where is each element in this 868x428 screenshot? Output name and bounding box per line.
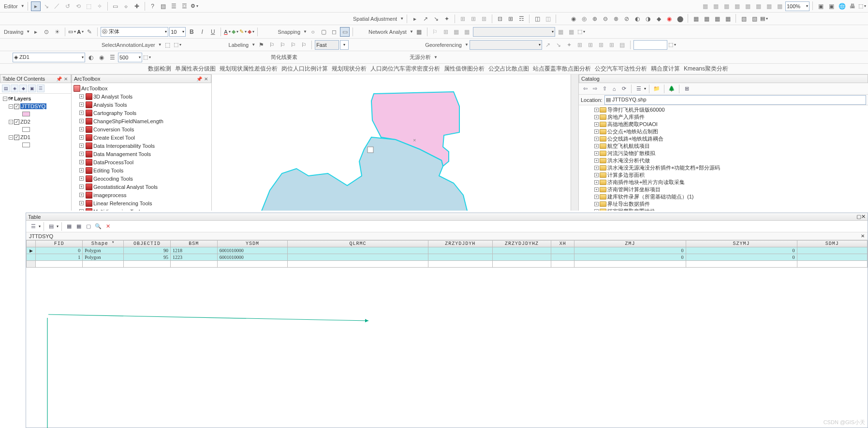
net-9-icon[interactable]: ◆ — [654, 14, 663, 24]
catalog-folder[interactable]: +公交线路+地铁线路耦合 — [580, 135, 867, 143]
draw-zoom-icon[interactable]: ☀ — [52, 27, 62, 37]
net-11-icon[interactable]: ⬤ — [675, 14, 685, 24]
close-icon[interactable]: ✕ — [203, 76, 209, 82]
lc-3-icon[interactable]: ☰ — [107, 53, 117, 62]
tbl-sel1-icon[interactable]: ▦ — [65, 222, 74, 231]
col-header[interactable]: FID — [36, 241, 83, 247]
drawing-menu[interactable]: Drawing▼ — [2, 29, 30, 35]
tbl-zoom-icon[interactable]: 🔍 — [94, 222, 103, 231]
bold-icon[interactable]: B — [187, 27, 196, 37]
snap-point-icon[interactable]: ○ — [308, 27, 318, 37]
col-header[interactable]: SZYMJ — [686, 241, 797, 247]
toolbox-item[interactable]: +3D Analyst Tools — [73, 92, 210, 100]
markercolor-icon[interactable]: ◆▾ — [248, 29, 254, 35]
topo-6-icon[interactable]: ▧ — [750, 14, 759, 24]
analysis-btn[interactable]: 规划现状属性差值分析 — [220, 65, 278, 73]
lb-5-icon[interactable]: ⚐ — [299, 40, 309, 50]
analysis-btn[interactable]: 数据检测 — [148, 65, 171, 73]
view-icon[interactable]: ☰ — [634, 85, 643, 93]
topo-3-icon[interactable]: ▦ — [712, 14, 722, 24]
create-features-icon[interactable]: ☲ — [180, 1, 190, 11]
catalog-folder[interactable]: +洪水淹没无源淹没分析插件+功能文档+部分源码 — [580, 164, 867, 171]
analysis-btn[interactable]: 岗位人口比例计算 — [281, 65, 328, 73]
toc-layer[interactable]: −✓ZD1 — [1, 133, 70, 141]
net-1-icon[interactable]: ◉ — [569, 14, 578, 24]
table-row[interactable]: 1Polygon951223600101000000 — [27, 254, 868, 261]
net-7-icon[interactable]: ◐ — [633, 14, 642, 24]
toolbox-item[interactable]: +Cartography Tools — [73, 109, 210, 117]
analysis-btn[interactable]: 公交占比散点图 — [488, 65, 529, 73]
draw-edit-icon[interactable]: ✎ — [85, 27, 94, 37]
draw-text-icon[interactable]: A▾ — [77, 29, 84, 35]
catalog-folder[interactable]: +建库软件录屏（所需基础功能点）(1) — [580, 193, 867, 200]
net-5-icon[interactable]: ⊗ — [611, 14, 621, 24]
catalog-folder[interactable]: +济南插件地块+照片方向读取采集 — [580, 179, 867, 186]
map-view[interactable]: × — [212, 74, 579, 211]
std-3-icon[interactable]: 🌐 — [837, 1, 847, 11]
col-header[interactable]: YSDM — [217, 241, 287, 247]
toolbox-item[interactable]: +Data Management Tools — [73, 150, 210, 158]
catalog-folder[interactable]: +公交点+地铁站点制图 — [580, 128, 867, 135]
toolbox-item[interactable]: +DataProcessTool — [73, 158, 210, 166]
attributes-icon[interactable]: ▤ — [159, 1, 168, 11]
list-by-selection-icon[interactable]: ▣ — [28, 85, 36, 92]
sa-multilink-icon[interactable]: ✦ — [442, 14, 452, 24]
catalog-folder[interactable]: +界址导出数据插件 — [580, 200, 867, 208]
editor-menu[interactable]: Editor▼ — [2, 3, 25, 9]
list-by-source-icon[interactable]: ◈ — [11, 85, 18, 92]
col-header[interactable]: BSM — [170, 241, 217, 247]
col-header[interactable]: ZMJ — [574, 241, 686, 247]
catalog-folder[interactable]: +洪水淹没分析代做 — [580, 157, 867, 164]
col-header[interactable]: SDMJ — [797, 241, 867, 247]
underline-icon[interactable]: U — [208, 27, 218, 37]
pointer-tool-icon[interactable]: ▸ — [31, 1, 41, 11]
labeling-fast-dd[interactable]: ▾ — [340, 40, 349, 50]
network-menu[interactable]: Network Analyst▼ — [367, 29, 413, 35]
std-4-icon[interactable]: 🖶 — [848, 1, 857, 11]
restore-icon[interactable]: ▢ — [856, 214, 861, 219]
reshape-icon[interactable]: ⟐ — [121, 1, 131, 11]
col-header[interactable]: ZRZYDJDYH — [428, 241, 492, 247]
zoom-combo[interactable]: 100%▾ — [785, 1, 809, 11]
toolbox-item[interactable]: +Analysis Tools — [73, 100, 210, 109]
gr-9-icon[interactable]: ⬚▾ — [668, 42, 676, 48]
labeling-fast[interactable]: Fast — [315, 40, 339, 50]
snapping-menu[interactable]: Snapping▼ — [276, 29, 307, 35]
col-header[interactable]: ZRZYDJDYHZ — [492, 241, 551, 247]
sa-select-icon[interactable]: ▸ — [410, 14, 420, 24]
col-header[interactable]: XH — [551, 241, 574, 247]
snap-end-icon[interactable]: ▢ — [319, 27, 328, 37]
table-grid[interactable]: FIDShape *OBJECTIDBSMYSDMQLRMCZRZYDJDYHZ… — [26, 240, 868, 428]
simplify-label[interactable]: 简化线要素 — [269, 54, 299, 61]
sa-preview-icon[interactable]: ☶ — [516, 14, 526, 24]
georef-input[interactable] — [633, 40, 667, 50]
connect-folder-icon[interactable]: 📁 — [652, 85, 661, 93]
net-8-icon[interactable]: ◑ — [643, 14, 653, 24]
lb-4-icon[interactable]: ⚐ — [288, 40, 298, 50]
net-4-icon[interactable]: ⊖ — [601, 14, 610, 24]
analysis-btn[interactable]: 人口岗位汽车需求密度分析 — [370, 65, 440, 73]
tbl-related-icon[interactable]: ▤ — [47, 222, 56, 231]
lc-1-icon[interactable]: ◐ — [86, 53, 96, 62]
lb-2-icon[interactable]: ⚐ — [267, 40, 277, 50]
net-6-icon[interactable]: ⊘ — [622, 14, 632, 24]
draw-rotate-icon[interactable]: ⊙ — [42, 27, 51, 37]
toolbox-item[interactable]: +Linear Referencing Tools — [73, 199, 210, 207]
catalog-folder[interactable]: +高德地图爬取POIAOI — [580, 121, 867, 128]
arctoolbox-root[interactable]: ArcToolbox — [73, 84, 210, 92]
tbl-options-icon[interactable]: ☰ — [29, 222, 38, 231]
options-icon[interactable]: ⊞ — [682, 85, 691, 93]
labeling-menu[interactable]: Labeling▼ — [227, 42, 256, 48]
back-icon[interactable]: ⇦ — [581, 85, 589, 93]
anno-2-icon[interactable]: ⬚▾ — [174, 42, 181, 48]
toolbox-item[interactable]: +Editing Tools — [73, 166, 210, 174]
topo-2-icon[interactable]: ▦ — [702, 14, 711, 24]
toolbox-item[interactable]: +Geocoding Tools — [73, 174, 210, 183]
std-5-icon[interactable]: ⬚▾ — [858, 1, 866, 11]
pin-icon[interactable]: 📌 — [56, 76, 62, 82]
toolbox-item[interactable]: +imageprocess — [73, 191, 210, 199]
catalog-folder[interactable]: +导弹打飞机升级版60000 — [580, 106, 867, 114]
sa-table-icon[interactable]: ⊟ — [495, 14, 505, 24]
net-10-icon[interactable]: ◉ — [664, 14, 674, 24]
catalog-folder[interactable]: +房地产入库插件 — [580, 114, 867, 121]
